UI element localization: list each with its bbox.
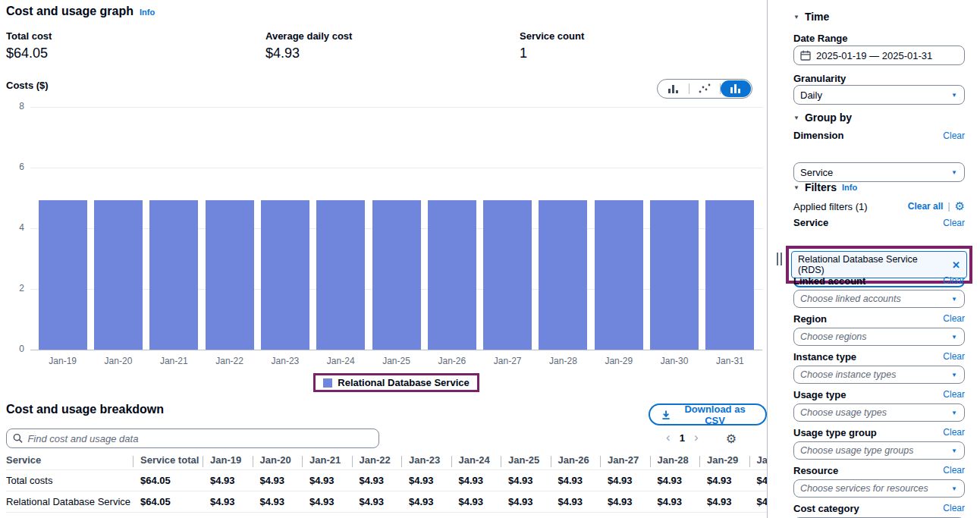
x-tick-label: Jan-30 (646, 356, 702, 366)
clear-linked-account-link[interactable]: Clear (943, 275, 965, 286)
chevron-down-icon: ▼ (951, 485, 957, 492)
filter-settings-gear-icon[interactable]: ⚙ (955, 199, 965, 213)
y-axis-title: Costs ($) (6, 80, 49, 91)
x-tick-label: Jan-19 (35, 356, 90, 366)
column-header-service[interactable]: Service (6, 454, 133, 466)
clear-usage-type-group-link[interactable]: Clear (943, 427, 965, 438)
download-csv-button[interactable]: Download as CSV (649, 403, 767, 425)
table-settings-button[interactable]: ⚙ (721, 429, 741, 448)
column-header-jan-29[interactable]: Jan-29 (699, 454, 749, 466)
clear-usage-type-link[interactable]: Clear (943, 389, 965, 400)
chart-type-stacked-bar-button[interactable] (721, 80, 751, 97)
dimension-select[interactable]: Service ▼ (793, 162, 965, 182)
filter-label: Usage type (793, 389, 846, 400)
group-by-section-header[interactable]: ▼ Group by (793, 111, 852, 124)
date-range-input[interactable]: 2025-01-19 — 2025-01-31 (793, 46, 965, 65)
bar-jan-20[interactable] (94, 200, 143, 350)
bar-jan-22[interactable] (206, 200, 254, 350)
bar-jan-29[interactable] (595, 200, 643, 350)
column-header-jan-20[interactable]: Jan-20 (253, 454, 303, 466)
filter-groups: Linked accountClearChoose linked account… (793, 275, 965, 518)
cell-value: $4.93 (203, 475, 253, 486)
filter-group-usage-type: Usage typeClearChoose usage types▼ (793, 388, 965, 422)
column-header-jan-23[interactable]: Jan-23 (401, 454, 451, 466)
panel-divider (767, 0, 768, 518)
bar-jan-24[interactable] (316, 200, 365, 350)
bar-slot (146, 107, 202, 350)
column-header-service-total[interactable]: Service total (133, 454, 203, 466)
cell-value: $64.05 (133, 496, 203, 507)
column-header-jan-27[interactable]: Jan-27 (600, 454, 650, 466)
column-header-jan-30[interactable]: Jan-30 (749, 454, 768, 466)
graph-info-link[interactable]: Info (140, 8, 155, 17)
bar-jan-21[interactable] (149, 200, 198, 350)
bar-jan-23[interactable] (261, 200, 309, 350)
bar-slot (591, 107, 646, 350)
search-input[interactable] (27, 433, 372, 444)
previous-page-button[interactable]: ‹ (666, 430, 671, 445)
chart-type-line-button[interactable] (689, 80, 720, 97)
cell-value: $4.93 (600, 496, 650, 507)
clear-all-filters-link[interactable]: Clear all (908, 201, 944, 212)
bar-slot (480, 107, 536, 350)
column-header-jan-19[interactable]: Jan-19 (203, 454, 253, 466)
x-tick-label: Jan-22 (202, 356, 257, 366)
panel-resize-handle[interactable] (777, 253, 782, 265)
time-section-header[interactable]: ▼ Time (793, 11, 829, 23)
filter-group-cost-category: Cost categoryClear▼ (793, 502, 965, 518)
bar-jan-31[interactable] (705, 200, 754, 350)
metric-value: $4.93 (265, 46, 352, 61)
bar-jan-30[interactable] (650, 200, 699, 350)
granularity-label: Granularity (793, 73, 846, 84)
next-page-button[interactable]: › (694, 430, 699, 445)
clear-cost-category-link[interactable]: Clear (943, 503, 965, 513)
page-number-button[interactable]: 1 (680, 432, 685, 444)
legend-label: Relational Database Service (338, 377, 469, 388)
bar-jan-28[interactable] (539, 200, 587, 350)
column-header-jan-28[interactable]: Jan-28 (650, 454, 700, 466)
column-header-jan-25[interactable]: Jan-25 (501, 454, 551, 466)
clear-service-filter-link[interactable]: Clear (943, 218, 965, 228)
granularity-select[interactable]: Daily ▼ (793, 85, 965, 105)
chevron-down-icon: ▼ (793, 184, 799, 191)
clear-region-link[interactable]: Clear (943, 313, 965, 324)
usage-type-group-select[interactable]: Choose usage type groups▼ (793, 441, 965, 460)
bar-jan-26[interactable] (428, 200, 476, 350)
clear-instance-type-link[interactable]: Clear (943, 351, 965, 362)
column-header-jan-22[interactable]: Jan-22 (352, 454, 402, 466)
x-tick-label: Jan-21 (146, 356, 202, 366)
filter-label-row: Cost categoryClear (793, 502, 965, 514)
granularity-value: Daily (800, 89, 822, 101)
page-title: Cost and usage graphInfo (6, 5, 155, 18)
filters-info-link[interactable]: Info (842, 183, 857, 192)
column-header-jan-26[interactable]: Jan-26 (551, 454, 601, 466)
usage-type-select[interactable]: Choose usage types▼ (793, 403, 965, 422)
clear-dimension-link[interactable]: Clear (943, 130, 965, 141)
column-header-jan-21[interactable]: Jan-21 (302, 454, 352, 466)
linked-account-select[interactable]: Choose linked accounts▼ (793, 290, 965, 308)
filter-label: Cost category (793, 503, 859, 514)
resource-select[interactable]: Choose services for resources▼ (793, 479, 965, 498)
region-select[interactable]: Choose regions▼ (793, 328, 965, 346)
filters-section-header[interactable]: ▼ Filters Info (793, 181, 857, 193)
column-header-jan-24[interactable]: Jan-24 (451, 454, 501, 466)
filter-group-usage-type-group: Usage type groupClearChoose usage type g… (793, 426, 965, 460)
filter-label-row: RegionClear (793, 312, 965, 325)
bar-jan-25[interactable] (372, 200, 421, 350)
clear-resource-link[interactable]: Clear (943, 465, 965, 476)
close-icon[interactable]: ✕ (952, 259, 960, 271)
scatter-line-chart-icon (698, 83, 711, 95)
x-tick-label: Jan-25 (369, 356, 424, 366)
instance-type-select[interactable]: Choose instance types▼ (793, 366, 965, 384)
metric-value: $64.05 (6, 46, 52, 61)
bar-jan-19[interactable] (39, 200, 87, 350)
cell-value: $4.93 (302, 475, 352, 486)
applied-filters-row: Applied filters (1) Clear all | ⚙ (793, 199, 965, 213)
filter-label-row: Usage typeClear (793, 388, 965, 400)
filter-label-row: Linked accountClear (793, 275, 965, 287)
divider: | (947, 201, 950, 212)
bar-jan-27[interactable] (483, 200, 532, 350)
chart-type-bar-button[interactable] (658, 80, 689, 97)
dimension-value: Service (800, 167, 833, 178)
legend-item[interactable]: Relational Database Service (323, 377, 469, 388)
